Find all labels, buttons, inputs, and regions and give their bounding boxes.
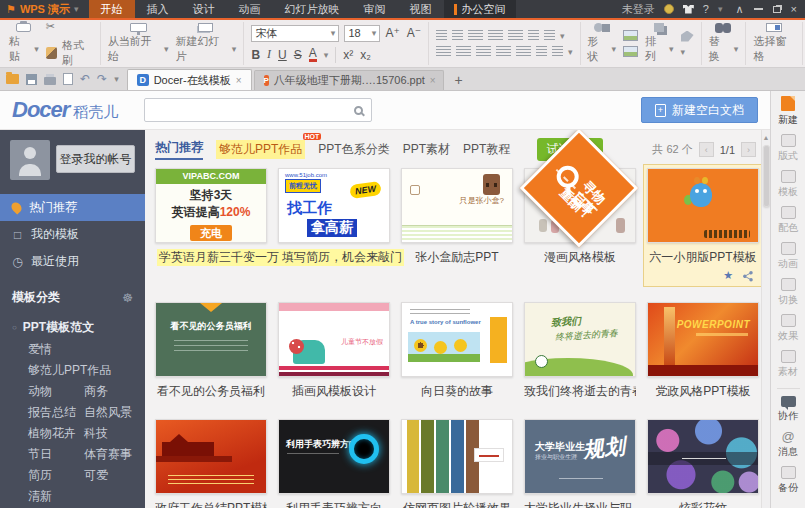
collapse-ribbon-icon[interactable]: ∧ (736, 3, 744, 16)
close-icon[interactable]: × (430, 75, 436, 86)
template-thumbnail[interactable] (155, 419, 267, 494)
font-name-select[interactable]: 宋体▾ (251, 25, 339, 42)
template-thumbnail[interactable]: 利用手表巧辨方向 (278, 419, 390, 494)
menu-insert[interactable]: 插入 (135, 0, 181, 18)
help-icon[interactable]: ? (703, 3, 709, 15)
lucky-button[interactable]: 试试手气 (537, 138, 603, 161)
category-item[interactable]: 可爱 (84, 465, 140, 486)
rightbar-item-template[interactable]: 模板 (771, 170, 805, 199)
category-item[interactable]: 自然风景 (84, 402, 140, 423)
filter-tab-hot[interactable]: 热门推荐 (155, 139, 203, 160)
open-file-icon[interactable] (6, 74, 19, 84)
app-logo[interactable]: ⚑ WPS 演示 ▾ (0, 2, 89, 17)
bullet-list-icon[interactable] (436, 30, 447, 41)
template-thumbnail[interactable]: A true story of sunflower (401, 302, 513, 377)
menu-home[interactable]: 开始 (89, 0, 135, 18)
rightbar-item-effect[interactable]: 效果 (771, 314, 805, 343)
search-input[interactable] (145, 100, 354, 120)
rightbar-item-transition[interactable]: 切换 (771, 278, 805, 307)
template-card[interactable]: 漫画风格模板 (524, 168, 636, 283)
template-thumbnail[interactable]: POWERPOINT (647, 302, 759, 377)
filter-tab-goufaner[interactable]: 够范儿PPT作品HOT (216, 140, 305, 159)
close-icon[interactable]: × (236, 75, 242, 86)
menu-review[interactable]: 审阅 (352, 0, 398, 18)
increase-indent-icon[interactable] (488, 30, 503, 41)
ad-thumbnail-vipabc[interactable]: VIPABC.COM 坚持3天 英语提高120% 充电 (155, 168, 267, 243)
sidebar-item-hot[interactable]: 热门推荐 (0, 194, 145, 221)
save-icon[interactable] (26, 74, 37, 85)
next-page-button[interactable]: › (741, 142, 756, 157)
subscript-button[interactable]: x₂ (360, 48, 371, 62)
recharge-button[interactable]: 充电 (190, 225, 232, 241)
numbered-list-icon[interactable] (452, 30, 463, 41)
template-thumbnail[interactable]: 只是张小盒? (401, 168, 513, 243)
increase-font-button[interactable]: A⁺ (385, 26, 399, 40)
superscript-button[interactable]: x² (343, 48, 353, 62)
template-card[interactable]: 炫彩花纹 (647, 419, 759, 508)
restore-icon[interactable] (773, 6, 781, 13)
template-card[interactable]: 看不见的公务员福利 看不见的公务员福利 (155, 302, 267, 400)
rightbar-item-colors[interactable]: 配色 (771, 206, 805, 235)
text-direction-icon[interactable] (544, 30, 555, 41)
template-thumbnail[interactable] (524, 168, 636, 243)
format-painter-button[interactable]: 格式刷 (46, 38, 93, 68)
content-box-icon[interactable] (623, 46, 638, 57)
template-card[interactable]: A true story of sunflower 向日葵的故事 (401, 302, 513, 400)
quickbar-dropdown-icon[interactable]: ▾ (114, 74, 119, 84)
scrollbar[interactable]: ▲ (761, 130, 770, 508)
template-card[interactable]: www.51job.com 前程无忧 NEW 找工作 拿高薪 填写简历，机会来敲… (278, 168, 390, 283)
template-card[interactable]: 政府工作总结PPT模板 (155, 419, 267, 508)
rightbar-item-collaborate[interactable]: 协作 (771, 396, 805, 423)
align-left-icon[interactable] (436, 46, 451, 57)
line-spacing-icon[interactable] (508, 30, 523, 41)
skin-theme-icon[interactable] (683, 5, 694, 14)
category-item[interactable]: 爱情 (28, 339, 141, 360)
indent-right-icon[interactable] (552, 46, 563, 57)
category-item[interactable]: 动物 (28, 381, 84, 402)
template-card[interactable]: 儿童节不放假 插画风模板设计 (278, 302, 390, 400)
columns-icon[interactable] (528, 30, 539, 41)
gear-icon[interactable]: ☸ (122, 291, 133, 305)
menu-view[interactable]: 视图 (398, 0, 444, 18)
template-card[interactable]: 只是张小盒? 张小盒励志PPT (401, 168, 513, 283)
ad-thumbnail-51job[interactable]: www.51job.com 前程无忧 NEW 找工作 拿高薪 (278, 168, 390, 243)
share-icon[interactable] (742, 270, 754, 282)
rightbar-item-material[interactable]: 素材 (771, 350, 805, 379)
category-item[interactable]: 商务 (84, 381, 140, 402)
filter-tab-tutorial[interactable]: PPT教程 (463, 141, 510, 158)
template-thumbnail[interactable]: 儿童节不放假 (278, 302, 390, 377)
template-thumbnail[interactable]: 大学毕业生 择业与职业生涯 规划 (524, 419, 636, 494)
underline-button[interactable]: U (278, 48, 287, 62)
rightbar-item-animation[interactable]: 动画 (771, 242, 805, 271)
align-center-icon[interactable] (456, 46, 471, 57)
login-button[interactable]: 登录我的帐号 (56, 145, 135, 173)
menu-slideshow[interactable]: 幻灯片放映 (273, 0, 352, 18)
category-item[interactable]: 体育赛事 (84, 444, 140, 465)
scrollbar-thumb[interactable] (763, 145, 770, 207)
print-preview-icon[interactable] (63, 73, 73, 85)
font-size-select[interactable]: 18▾ (344, 25, 380, 42)
search-icon[interactable] (354, 106, 363, 115)
favorite-star-icon[interactable]: ★ (723, 269, 733, 282)
tab-docer[interactable]: D Docer-在线模板 × (127, 69, 252, 90)
paste-button[interactable]: 粘贴▾ (9, 23, 39, 64)
login-status[interactable]: 未登录 (622, 2, 655, 17)
category-item[interactable]: 科技 (84, 423, 140, 444)
distribute-icon[interactable] (516, 46, 531, 57)
search-box[interactable] (144, 98, 372, 122)
selection-pane-button[interactable]: 选择窗格 (753, 23, 795, 64)
coin-icon[interactable] (664, 4, 674, 14)
rightbar-item-layout[interactable]: 版式 (771, 134, 805, 163)
category-item[interactable]: 植物花卉 (28, 423, 84, 444)
template-card[interactable]: POWERPOINT 党政风格PPT模板 (647, 302, 759, 400)
filter-tab-colors[interactable]: PPT色系分类 (318, 141, 389, 158)
bold-button[interactable]: B (251, 48, 260, 62)
template-card[interactable]: VIPABC.COM 坚持3天 英语提高120% 充电 学英语月薪三千变一万 (155, 168, 267, 283)
template-card[interactable]: 大学毕业生 择业与职业生涯 规划 大学毕业生择业与职… (524, 419, 636, 508)
template-thumbnail[interactable] (647, 419, 759, 494)
cut-icon[interactable]: ✂ (46, 20, 55, 33)
picture-icon[interactable] (623, 30, 638, 41)
template-card[interactable]: 致我们 终将逝去的青春 致我们终将逝去的青春 (524, 302, 636, 400)
rightbar-item-backup[interactable]: 备份 (771, 466, 805, 495)
decrease-indent-icon[interactable] (468, 30, 483, 41)
